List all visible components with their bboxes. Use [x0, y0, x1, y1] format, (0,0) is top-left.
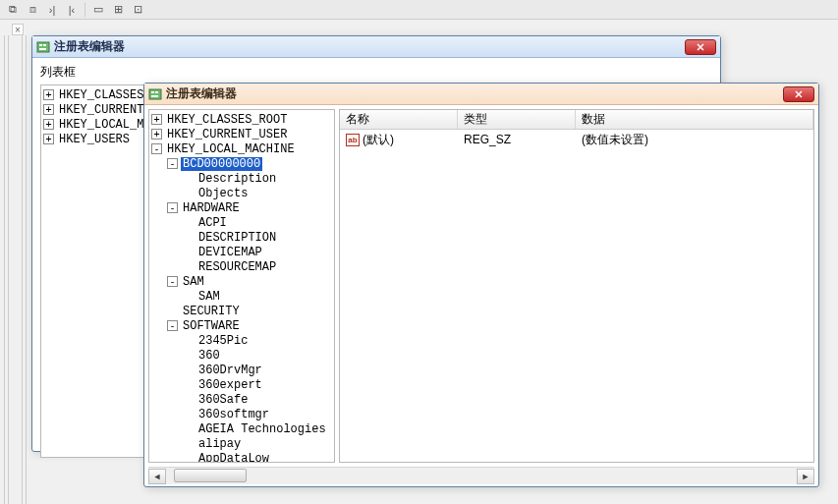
tree-node[interactable]: 360DrvMgr — [151, 363, 332, 377]
tree-node-label[interactable]: HKEY_CLASSES_ROOT — [165, 113, 289, 127]
tree-leaf-spacer — [183, 394, 194, 405]
tree-node-label[interactable]: alipay — [196, 437, 243, 451]
expand-icon[interactable]: + — [43, 119, 54, 130]
expand-icon[interactable]: + — [43, 89, 54, 100]
tree-node[interactable]: -BCD00000000 — [151, 156, 332, 171]
expand-icon[interactable]: + — [43, 134, 54, 144]
tree-node-label[interactable]: HKEY_CURRENT_USER — [165, 128, 289, 141]
value-list[interactable]: 名称 类型 数据 ab(默认)REG_SZ(数值未设置) — [339, 109, 814, 463]
tree-leaf-spacer — [167, 306, 178, 316]
tree-leaf-spacer — [183, 438, 194, 449]
tree-node-label[interactable]: HKEY_CURRENT_ — [57, 103, 153, 117]
tree-leaf-spacer — [183, 173, 194, 184]
titlebar[interactable]: 注册表编辑器 — [32, 36, 720, 58]
tree-node-label[interactable]: ACPI — [196, 216, 229, 230]
tool-icon-1[interactable]: ⧉ — [6, 3, 20, 17]
tree-node-label[interactable]: HKEY_LOCAL_MACHINE — [165, 142, 297, 156]
tree-node[interactable]: RESOURCEMAP — [151, 259, 332, 274]
horizontal-scrollbar[interactable]: ◄ ► — [148, 467, 814, 484]
col-header-data[interactable]: 数据 — [576, 110, 813, 129]
svg-rect-5 — [151, 91, 154, 93]
tool-icon-4[interactable]: |‹ — [65, 3, 79, 17]
tree-node[interactable]: Description — [151, 171, 332, 186]
collapse-icon[interactable]: - — [167, 276, 178, 287]
tree-node[interactable]: Objects — [151, 186, 332, 200]
tree-node[interactable]: -SAM — [151, 274, 332, 289]
tree-node[interactable]: AGEIA Technologies — [151, 421, 332, 436]
panel-close-button[interactable]: × — [12, 24, 24, 35]
tree-node[interactable]: DESCRIPTION — [151, 230, 332, 245]
tree-node-label[interactable]: AppDataLow — [196, 452, 271, 464]
tree-leaf-spacer — [183, 409, 194, 420]
cell-type: REG_SZ — [458, 133, 576, 146]
tree-node-label[interactable]: RESOURCEMAP — [196, 260, 278, 274]
tree-node[interactable]: -HARDWARE — [151, 200, 332, 215]
tree-node[interactable]: DEVICEMAP — [151, 245, 332, 259]
col-header-name[interactable]: 名称 — [340, 110, 458, 129]
scroll-thumb[interactable] — [174, 469, 247, 482]
tree-node-label[interactable]: 360Safe — [196, 393, 250, 407]
tree-node-label[interactable]: HKEY_USERS — [57, 133, 132, 146]
scroll-track[interactable] — [166, 469, 797, 484]
registry-icon — [36, 40, 50, 54]
tree-node-label[interactable]: AGEIA Technologies — [196, 422, 328, 436]
tree-node-label[interactable]: DESCRIPTION — [196, 231, 278, 245]
tree-node-label[interactable]: Description — [196, 172, 278, 186]
tool-icon-7[interactable]: ⊡ — [131, 3, 144, 17]
tool-icon-2[interactable]: ⧈ — [26, 3, 39, 17]
tree-node-label[interactable]: HARDWARE — [181, 201, 242, 215]
tree-node-label[interactable]: BCD00000000 — [181, 157, 262, 171]
tree-node-label[interactable]: 360DrvMgr — [196, 364, 264, 377]
tree-node[interactable]: 360expert — [151, 377, 332, 392]
tree-node[interactable]: SAM — [151, 289, 332, 304]
tool-icon-3[interactable]: ›| — [45, 3, 59, 17]
expand-icon[interactable]: + — [151, 114, 162, 125]
svg-rect-3 — [39, 48, 46, 50]
scroll-left-button[interactable]: ◄ — [148, 469, 166, 484]
collapse-icon[interactable]: - — [151, 143, 162, 154]
tree-node[interactable]: 2345Pic — [151, 333, 332, 348]
tree-node[interactable]: 360Safe — [151, 392, 332, 407]
col-header-type[interactable]: 类型 — [458, 110, 576, 129]
tree-leaf-spacer — [183, 261, 194, 272]
collapse-icon[interactable]: - — [167, 202, 178, 213]
tree-node[interactable]: ACPI — [151, 215, 332, 230]
tree-node-label[interactable]: 360 — [196, 349, 222, 363]
titlebar[interactable]: 注册表编辑器 — [144, 84, 818, 105]
tree-leaf-spacer — [183, 291, 194, 302]
tree-node-label[interactable]: Objects — [196, 187, 250, 200]
tree-node[interactable]: 360 — [151, 348, 332, 363]
tree-node[interactable]: alipay — [151, 436, 332, 451]
ruler-line — [26, 35, 27, 504]
collapse-icon[interactable]: - — [167, 158, 178, 169]
scroll-right-button[interactable]: ► — [797, 469, 814, 484]
close-button[interactable] — [685, 39, 716, 55]
tree-node-label[interactable]: 360softmgr — [196, 408, 271, 421]
tree-node[interactable]: +HKEY_CLASSES_ROOT — [151, 112, 332, 127]
tree-node-label[interactable]: SAM — [181, 275, 206, 289]
tree-node-label[interactable]: DEVICEMAP — [196, 246, 264, 259]
tree-node-label[interactable]: 360expert — [196, 378, 264, 392]
tree-node[interactable]: -SOFTWARE — [151, 318, 332, 333]
tree-node-label[interactable]: SOFTWARE — [181, 319, 242, 333]
column-headers: 名称 类型 数据 — [340, 110, 813, 130]
tool-icon-5[interactable]: ▭ — [91, 3, 105, 17]
tree-node-label[interactable]: HKEY_CLASSES_ — [57, 88, 153, 102]
collapse-icon[interactable]: - — [167, 320, 178, 331]
tree-node-label[interactable]: SECURITY — [181, 305, 242, 318]
expand-icon[interactable]: + — [151, 129, 162, 140]
tree-node[interactable]: SECURITY — [151, 304, 332, 318]
tree-view[interactable]: +HKEY_CLASSES_ROOT+HKEY_CURRENT_USER-HKE… — [148, 109, 335, 463]
tree-node-label[interactable]: 2345Pic — [196, 334, 250, 348]
expand-icon[interactable]: + — [43, 104, 54, 115]
tool-icon-6[interactable]: ⊞ — [111, 3, 125, 17]
tree-node[interactable]: AppDataLow — [151, 451, 332, 463]
tree-node[interactable]: -HKEY_LOCAL_MACHINE — [151, 141, 332, 156]
tree-node-label[interactable]: SAM — [196, 290, 222, 304]
tree-leaf-spacer — [183, 247, 194, 257]
close-button[interactable] — [783, 86, 814, 102]
tree-node[interactable]: 360softmgr — [151, 407, 332, 421]
list-row[interactable]: ab(默认)REG_SZ(数值未设置) — [340, 130, 813, 149]
tree-node[interactable]: +HKEY_CURRENT_USER — [151, 127, 332, 141]
tree-node-label[interactable]: HKEY_LOCAL_MA — [57, 118, 153, 132]
